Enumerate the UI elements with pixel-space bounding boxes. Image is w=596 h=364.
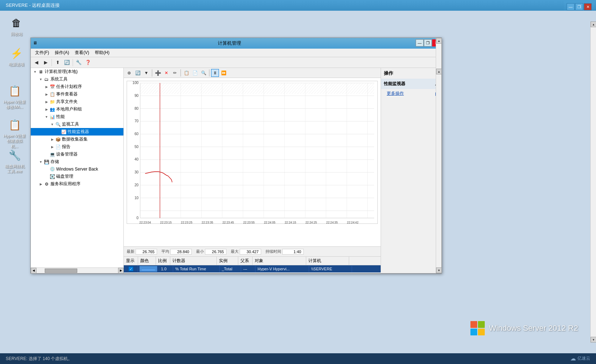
perfmon-expand[interactable]	[55, 129, 61, 135]
tb-forward-btn[interactable]: ▶	[41, 58, 50, 67]
menu-help[interactable]: 帮助(H)	[92, 49, 112, 56]
monitor-expand[interactable]: ▼	[49, 122, 55, 127]
action-scroll-up[interactable]: ▲	[436, 38, 442, 44]
tb-up-btn[interactable]: ⬆	[53, 58, 62, 67]
device-expand[interactable]	[44, 152, 49, 157]
tree-root[interactable]: ▼ 🖥 计算机管理(本地)	[31, 68, 123, 75]
desktop-icon-hyperv-create[interactable]: 📋 Hyper-V批量创建虚拟机...	[2, 116, 28, 150]
tree-windows-backup[interactable]: 💿 Windows Server Back	[31, 166, 123, 173]
perf-tb-search[interactable]: 🔍	[200, 69, 207, 77]
tree-disk-management[interactable]: 💽 磁盘管理	[31, 173, 123, 180]
task-expand[interactable]: ▶	[44, 84, 49, 90]
tree-local-users[interactable]: ▶ 👥 本地用户和组	[31, 105, 123, 113]
tree-shared-folders[interactable]: ▶ 📁 共享文件夹	[31, 98, 123, 105]
rdp-restore-btn[interactable]: ❐	[575, 3, 583, 10]
perf-icon: 📊	[49, 114, 55, 120]
tree-hscroll-thumb[interactable]	[45, 269, 77, 273]
desktop-icon-recycle[interactable]: 🗑 回收站	[4, 14, 29, 38]
backup-expand[interactable]	[44, 166, 49, 172]
rdp-scroll-up[interactable]: ▲	[591, 21, 596, 27]
row-checkbox[interactable]: ✓	[124, 265, 138, 272]
perf-expand[interactable]: ▼	[44, 114, 49, 120]
rdp-scroll-down[interactable]: ▼	[591, 337, 596, 343]
rdp-minimize-btn[interactable]: —	[567, 3, 575, 10]
reports-icon: 📄	[55, 144, 61, 150]
perf-tb-dropdown[interactable]: ▼	[142, 69, 150, 77]
root-icon: 🖥	[38, 69, 44, 75]
recycle-bin-label: 回收站	[11, 31, 23, 36]
row-scale: 1.0	[159, 266, 173, 272]
event-expand[interactable]: ▶	[44, 92, 49, 97]
rdp-close-btn[interactable]: ✕	[584, 3, 592, 10]
svg-text:80: 80	[135, 106, 138, 110]
reports-label: 报告	[62, 144, 70, 150]
tree-system-tools[interactable]: ▼ 🗂 系统工具	[31, 75, 123, 83]
table-row[interactable]: ✓ 1.0 % Total Run Time _Total --- Hyper-…	[124, 265, 381, 272]
storage-expand[interactable]: ▼	[38, 159, 44, 165]
col-computer: 计算机	[306, 257, 349, 265]
max-label: 最大	[231, 249, 239, 254]
tb-help-btn[interactable]: ❓	[84, 58, 92, 67]
svg-text:22:23:35: 22:23:35	[202, 221, 213, 223]
tree-services-apps[interactable]: ▶ ⚙ 服务和应用程序	[31, 180, 123, 188]
perf-tb-add[interactable]: ➕	[154, 69, 162, 77]
svg-text:22:23:45: 22:23:45	[223, 221, 234, 223]
rdp-scroll-track[interactable]	[591, 27, 596, 337]
desktop-icon-hyperv-batch[interactable]: 📋 Hyper-V批量修改MA...	[2, 82, 28, 111]
services-expand[interactable]: ▶	[38, 181, 44, 187]
disk-expand[interactable]	[44, 174, 49, 179]
reports-expand[interactable]: ▶	[49, 144, 55, 150]
cm-scroll-track[interactable]	[436, 74, 441, 267]
win-logo	[470, 321, 485, 335]
shared-expand[interactable]: ▶	[44, 99, 49, 105]
task-icon: 📅	[49, 84, 55, 90]
perf-tb-new[interactable]: ⊕	[125, 69, 133, 77]
action-more-ops[interactable]: 更多操作 ▶	[381, 89, 441, 98]
status-bar: SERVERE: 选择了 140 个虚拟机。 ☁ 亿速云	[0, 353, 596, 364]
tree-performance[interactable]: ▼ 📊 性能	[31, 113, 123, 120]
tree-reports[interactable]: ▶ 📄 报告	[31, 143, 123, 151]
tree-data-collector[interactable]: ▶ 📦 数据收集器集	[31, 136, 123, 143]
tree-device-manager[interactable]: 💻 设备管理器	[31, 151, 123, 158]
checkbox-checked[interactable]: ✓	[128, 266, 133, 271]
menu-view[interactable]: 查看(V)	[72, 49, 92, 56]
menu-file[interactable]: 文件(F)	[32, 49, 52, 56]
perf-tb-pause[interactable]: ⏸	[211, 69, 219, 77]
desktop-icon-tool[interactable]: 🔧 磁盘网挂机工具.exe	[2, 147, 28, 176]
tree-monitoring-tools[interactable]: ▼ 🔍 监视工具	[31, 120, 123, 128]
system-tools-expand[interactable]: ▼	[38, 77, 44, 82]
tb-properties-btn[interactable]: 🔧	[74, 58, 83, 67]
cm-restore-btn[interactable]: ❐	[424, 39, 432, 46]
perf-tb-change[interactable]: 🔄	[134, 69, 142, 77]
rdp-title: SERVERE - 远程桌面连接	[3, 0, 593, 11]
users-expand[interactable]: ▶	[44, 107, 49, 112]
tree-task-scheduler[interactable]: ▶ 📅 任务计划程序	[31, 83, 123, 90]
tree-storage[interactable]: ▼ 💾 存储	[31, 158, 123, 166]
logo-sq-3	[470, 329, 477, 335]
tree-perf-monitor[interactable]: 📈 性能监视器	[31, 128, 123, 136]
win-watermark-text: Windows Server 2012 R2	[489, 324, 578, 333]
more-ops-label: 更多操作	[387, 90, 404, 97]
cm-scroll-up[interactable]: ▲	[436, 69, 442, 74]
tree-hscroll-right[interactable]: ▶	[118, 268, 124, 273]
perf-tb-next[interactable]: ⏩	[220, 69, 228, 77]
logo-sq-1	[470, 321, 477, 328]
perf-tb-paste[interactable]: 📄	[191, 69, 199, 77]
tb-refresh-btn[interactable]: 🔄	[63, 58, 71, 67]
desktop-icon-power[interactable]: ⚡ 电源选项	[4, 45, 29, 68]
tree-event-viewer[interactable]: ▶ 📋 事件查看器	[31, 90, 123, 98]
root-expand[interactable]: ▼	[32, 69, 38, 75]
perf-tb-edit[interactable]: ✏	[171, 69, 179, 77]
tree-hscroll[interactable]: ◀ ▶	[31, 267, 124, 272]
power-icon: ⚡	[9, 46, 24, 60]
collector-expand[interactable]: ▶	[49, 137, 55, 142]
perf-tb-delete[interactable]: ✕	[162, 69, 170, 77]
tree-hscroll-left[interactable]: ◀	[31, 268, 36, 273]
stat-duration: 持续时间 1:40	[265, 249, 304, 255]
cm-minimize-btn[interactable]: —	[416, 39, 424, 46]
menu-action[interactable]: 操作(A)	[52, 49, 72, 56]
tb-back-btn[interactable]: ◀	[32, 58, 41, 67]
cm-scroll-down[interactable]: ▼	[436, 267, 442, 273]
perf-tb-copy[interactable]: 📋	[182, 69, 190, 77]
tree-hscroll-track[interactable]	[36, 268, 118, 273]
